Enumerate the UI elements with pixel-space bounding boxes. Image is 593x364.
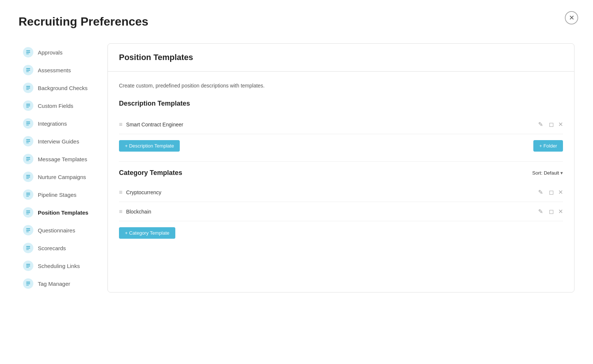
edit-icon[interactable]: ✎ — [537, 188, 544, 196]
sidebar-label-interview-guides: Interview Guides — [38, 138, 79, 145]
svg-rect-22 — [26, 176, 30, 178]
sidebar-item-approvals[interactable]: Approvals — [19, 43, 100, 61]
description-templates-list: ≡ Smart Contract Engineer ✎ ◻ ✕ — [119, 115, 563, 134]
content-panel: Position Templates Create custom, predef… — [107, 43, 574, 292]
delete-icon[interactable]: ✕ — [558, 121, 563, 128]
svg-rect-17 — [26, 143, 29, 143]
sidebar-label-scorecards: Scorecards — [38, 245, 66, 251]
svg-rect-34 — [26, 248, 30, 249]
sidebar-icon-scorecards — [23, 243, 33, 253]
sort-dropdown[interactable]: Sort: Default ▾ — [532, 170, 563, 176]
sidebar-icon-message-templates — [23, 154, 33, 164]
svg-rect-27 — [26, 211, 30, 212]
svg-rect-16 — [26, 141, 30, 142]
svg-rect-20 — [26, 161, 29, 161]
list-icon: ≡ — [119, 121, 122, 128]
content-header: Position Templates — [108, 44, 574, 72]
sidebar-item-interview-guides[interactable]: Interview Guides — [19, 132, 100, 150]
category-section-header: Category Templates Sort: Default ▾ — [119, 169, 563, 177]
sidebar-icon-pipeline-stages — [23, 189, 33, 200]
template-name: Smart Contract Engineer — [126, 122, 183, 128]
sidebar-label-approvals: Approvals — [38, 49, 63, 56]
section-divider — [119, 161, 563, 162]
sidebar-item-background-checks[interactable]: Background Checks — [19, 79, 100, 97]
svg-rect-33 — [26, 246, 30, 247]
sidebar-label-pipeline-stages: Pipeline Stages — [38, 192, 76, 198]
svg-rect-38 — [26, 267, 29, 268]
sidebar-icon-background-checks — [23, 83, 33, 93]
svg-rect-11 — [26, 107, 29, 108]
sidebar-label-background-checks: Background Checks — [38, 85, 87, 91]
add-folder-button[interactable]: + Folder — [533, 140, 563, 152]
add-description-template-button[interactable]: + Description Template — [119, 140, 180, 152]
svg-rect-39 — [26, 282, 30, 283]
svg-rect-0 — [26, 50, 30, 52]
page-container: Recruiting Preferences ✕ ApprovalsAssess… — [0, 0, 593, 307]
sidebar-label-tag-manager: Tag Manager — [38, 281, 70, 287]
copy-icon[interactable]: ◻ — [547, 120, 555, 129]
content-body: Create custom, predefined position descr… — [108, 72, 574, 256]
sidebar-label-scheduling-links: Scheduling Links — [38, 263, 80, 269]
category-template-row: ≡ Blockchain ✎ ◻ ✕ — [119, 202, 563, 221]
add-category-template-button[interactable]: + Category Template — [119, 227, 175, 239]
svg-rect-8 — [26, 89, 29, 90]
sidebar-label-position-templates: Position Templates — [38, 209, 88, 216]
template-row-left: ≡ Blockchain — [119, 208, 151, 215]
copy-icon[interactable]: ◻ — [547, 188, 555, 196]
sidebar-item-nurture-campaigns[interactable]: Nurture Campaigns — [19, 168, 100, 186]
sidebar-item-integrations[interactable]: Integrations — [19, 115, 100, 132]
sidebar-item-assessments[interactable]: Assessments — [19, 61, 100, 79]
svg-rect-30 — [26, 228, 30, 229]
delete-icon[interactable]: ✕ — [558, 189, 563, 196]
delete-icon[interactable]: ✕ — [558, 208, 563, 215]
svg-rect-15 — [26, 139, 30, 140]
sidebar-item-tag-manager[interactable]: Tag Manager — [19, 275, 100, 292]
svg-rect-31 — [26, 230, 30, 231]
category-add-row: + Category Template — [119, 221, 563, 245]
svg-rect-13 — [26, 123, 30, 124]
description-templates-title: Description Templates — [119, 100, 563, 107]
svg-rect-36 — [26, 264, 30, 265]
svg-rect-40 — [26, 283, 30, 284]
sidebar-label-custom-fields: Custom Fields — [38, 103, 73, 109]
template-row-actions: ✎ ◻ ✕ — [537, 120, 563, 129]
sidebar-item-custom-fields[interactable]: Custom Fields — [19, 97, 100, 115]
svg-rect-12 — [26, 122, 30, 123]
svg-rect-14 — [26, 125, 29, 126]
edit-icon[interactable]: ✎ — [537, 207, 544, 216]
svg-rect-3 — [26, 68, 30, 69]
svg-rect-29 — [26, 214, 29, 215]
sidebar-item-position-templates[interactable]: Position Templates — [19, 203, 100, 221]
copy-icon[interactable]: ◻ — [547, 207, 555, 216]
sidebar-icon-scheduling-links — [23, 261, 33, 271]
svg-rect-19 — [26, 159, 30, 160]
sidebar-label-questionnaires: Questionnaires — [38, 227, 75, 234]
sidebar-item-scheduling-links[interactable]: Scheduling Links — [19, 257, 100, 275]
edit-icon[interactable]: ✎ — [537, 120, 544, 129]
sidebar-icon-questionnaires — [23, 225, 33, 235]
template-row-left: ≡ Smart Contract Engineer — [119, 121, 183, 128]
svg-rect-6 — [26, 86, 30, 87]
list-icon: ≡ — [119, 208, 122, 215]
svg-rect-25 — [26, 194, 30, 195]
svg-rect-9 — [26, 104, 30, 105]
content-panel-title: Position Templates — [119, 53, 563, 62]
template-row-actions: ✎ ◻ ✕ — [537, 188, 563, 196]
template-row-left: ≡ Cryptocurrency — [119, 189, 161, 196]
sidebar-icon-tag-manager — [23, 278, 33, 289]
content-description: Create custom, predefined position descr… — [119, 83, 563, 89]
sidebar-item-questionnaires[interactable]: Questionnaires — [19, 221, 100, 239]
sidebar-item-pipeline-stages[interactable]: Pipeline Stages — [19, 186, 100, 203]
sidebar-icon-nurture-campaigns — [23, 172, 33, 182]
svg-rect-28 — [26, 212, 30, 213]
close-button[interactable]: ✕ — [565, 11, 578, 24]
svg-rect-10 — [26, 105, 30, 106]
list-icon: ≡ — [119, 189, 122, 196]
sidebar-item-message-templates[interactable]: Message Templates — [19, 150, 100, 168]
template-name: Blockchain — [126, 209, 151, 215]
svg-rect-4 — [26, 70, 30, 71]
sidebar-item-scorecards[interactable]: Scorecards — [19, 239, 100, 257]
sidebar-icon-interview-guides — [23, 136, 33, 146]
sidebar-icon-approvals — [23, 47, 33, 57]
svg-rect-41 — [26, 285, 29, 286]
